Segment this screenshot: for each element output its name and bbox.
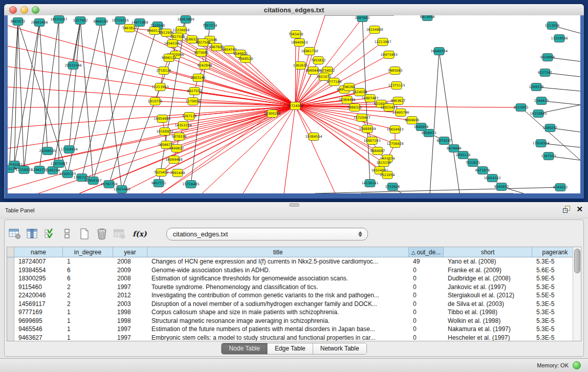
network-node[interactable]: 14136141	[361, 180, 378, 187]
network-node[interactable]: 9899695	[405, 117, 420, 124]
network-node[interactable]: 12925465	[113, 186, 130, 193]
network-canvas[interactable]: 8403572206914061653328715279026466160107…	[8, 15, 580, 193]
table-cell[interactable]: 14569117	[14, 300, 63, 309]
table-cell[interactable]: 5.3E-5	[532, 308, 578, 317]
network-node[interactable]: 1167553	[541, 152, 556, 160]
network-node[interactable]: 19168822	[156, 128, 173, 136]
network-node[interactable]: 8427552	[187, 87, 202, 95]
network-node[interactable]: 7463822	[122, 25, 137, 32]
delete-table-icon[interactable]	[111, 226, 127, 242]
float-panel-icon[interactable]	[563, 206, 570, 213]
table-cell[interactable]: Genome-wide association studies in ADHD.	[147, 266, 409, 275]
new-table-icon[interactable]	[76, 226, 93, 242]
network-node[interactable]: 9684067	[371, 147, 385, 155]
network-node[interactable]: 18640910	[291, 39, 308, 47]
table-cell[interactable]: 1	[63, 308, 113, 317]
network-node[interactable]: 6879197	[437, 137, 452, 145]
network-node[interactable]: 7955812	[311, 57, 326, 64]
network-node[interactable]: 5878334	[172, 133, 187, 141]
network-node[interactable]: 20691406	[31, 19, 48, 27]
table-cell[interactable]: 6	[63, 274, 113, 283]
table-cell[interactable]: 5.3E-5	[532, 325, 578, 334]
table-cell[interactable]: Estimation of the future numbers of pati…	[147, 325, 409, 334]
table-row[interactable]: 911546021997Tourette syndrome. Phenomeno…	[7, 283, 573, 292]
table-cell[interactable]: 5.6E-5	[532, 266, 578, 275]
network-node[interactable]: 9329966	[540, 54, 555, 61]
window-titlebar[interactable]: citations_edges.txt	[4, 4, 584, 16]
network-node[interactable]: 12375115	[388, 82, 405, 90]
network-node[interactable]: 2935114	[456, 151, 471, 159]
network-node[interactable]: 7565419	[289, 31, 303, 38]
network-node[interactable]: 7485063	[388, 67, 403, 75]
table-cell[interactable]: Structural magnetic resonance image aver…	[147, 317, 409, 325]
network-node[interactable]: 10654162	[484, 174, 500, 182]
network-node[interactable]: 14353334	[175, 122, 191, 129]
table-cell[interactable]: 2003	[113, 300, 147, 309]
table-row[interactable]: 969969511998Structural magnetic resonanc…	[7, 317, 573, 325]
table-cell[interactable]: Franke et al. (2009)	[444, 266, 532, 275]
zoom-window-button[interactable]	[32, 6, 39, 14]
table-cell[interactable]: 5.3E-5	[532, 334, 578, 342]
network-node[interactable]: 1589297	[543, 124, 558, 132]
table-cell[interactable]: 1998	[113, 317, 147, 325]
network-node[interactable]: 3267110	[182, 113, 197, 120]
network-node[interactable]: 1244415	[534, 97, 549, 105]
table-row[interactable]: 977716911998Corpus callosum shape and si…	[7, 308, 573, 317]
panel-resize-grip[interactable]	[289, 203, 299, 207]
table-cell[interactable]: Jankovic et al. (1997)	[444, 283, 532, 292]
table-row[interactable]: 2242004622012Investigating the contribut…	[7, 291, 573, 300]
table-cell[interactable]: 2012	[113, 291, 147, 300]
network-node[interactable]: 9896123	[162, 54, 177, 62]
function-builder-icon[interactable]: f(x)	[133, 230, 147, 238]
network-node[interactable]: 8403572	[11, 18, 26, 26]
tab-node-table[interactable]: Node Table	[222, 343, 267, 354]
table-cell[interactable]: 1	[63, 334, 113, 342]
table-cell[interactable]: 1997	[113, 334, 147, 342]
table-settings-icon[interactable]	[7, 226, 23, 242]
network-node[interactable]: 13495796	[392, 109, 409, 117]
table-cell[interactable]: 5.3E-5	[532, 257, 578, 266]
network-node[interactable]: 2568520	[238, 55, 253, 63]
network-node[interactable]: 7891449	[170, 169, 185, 177]
network-node[interactable]: 16533287	[50, 16, 67, 24]
network-node[interactable]: 9245012	[553, 184, 568, 191]
minimize-window-button[interactable]	[20, 6, 28, 14]
network-node[interactable]: 9457711	[151, 180, 166, 187]
column-header-out-de-[interactable]: △out_de...	[409, 247, 444, 257]
table-cell[interactable]: Yano et al. (2008)	[444, 257, 532, 266]
network-node[interactable]: 19654923	[386, 126, 403, 134]
network-node[interactable]: 16154808	[366, 26, 383, 34]
network-node[interactable]: 9827508	[196, 39, 211, 47]
table-row[interactable]: 1456911722003Disruption of a novel membe…	[7, 300, 573, 309]
table-cell[interactable]: 2	[63, 300, 113, 309]
table-cell[interactable]: Investigating the contribution of common…	[147, 291, 409, 300]
network-node[interactable]: 7886322	[347, 104, 362, 112]
table-cell[interactable]: Stergiakouli et al. (2012)	[444, 291, 532, 300]
table-cell[interactable]: Dudbridge et al. (2008)	[444, 274, 532, 283]
network-node[interactable]: 16961758	[301, 48, 318, 55]
network-node[interactable]: 19854902	[154, 115, 170, 123]
network-node[interactable]: 6466160	[94, 18, 108, 26]
table-row[interactable]: 1830029562008Estimation of significance …	[7, 274, 573, 283]
table-row[interactable]: 1872400712008Changes of HCN gene express…	[7, 257, 573, 266]
column-header-pagerank[interactable]: pagerank	[532, 247, 578, 257]
network-node[interactable]: 1810755	[148, 98, 163, 105]
table-cell[interactable]: 5.5E-5	[532, 291, 578, 300]
network-node[interactable]: 7857214	[203, 22, 217, 30]
network-node[interactable]: 1527902	[73, 17, 88, 25]
network-node[interactable]: 7032621	[466, 159, 481, 167]
table-cell[interactable]: Tibbo et al. (1998)	[444, 308, 532, 317]
table-cell[interactable]: Corpus callosum shape and size in male p…	[147, 308, 409, 317]
network-node[interactable]: 2087682	[355, 15, 370, 22]
column-header-in-degree[interactable]: in_degree	[63, 247, 113, 257]
table-cell[interactable]: 5.3E-5	[532, 283, 578, 292]
network-node[interactable]: 16648784	[430, 48, 447, 55]
table-cell[interactable]: 6	[63, 266, 113, 275]
table-cell[interactable]: 0	[409, 308, 444, 317]
table-cell[interactable]: 0	[409, 334, 444, 342]
table-vertical-scrollbar[interactable]	[573, 247, 581, 341]
table-cell[interactable]: de Silva et al. (2003)	[444, 300, 532, 309]
network-node[interactable]: 1499822	[169, 145, 184, 152]
table-cell[interactable]: 49	[409, 257, 444, 266]
table-cell[interactable]: 0	[409, 300, 444, 309]
